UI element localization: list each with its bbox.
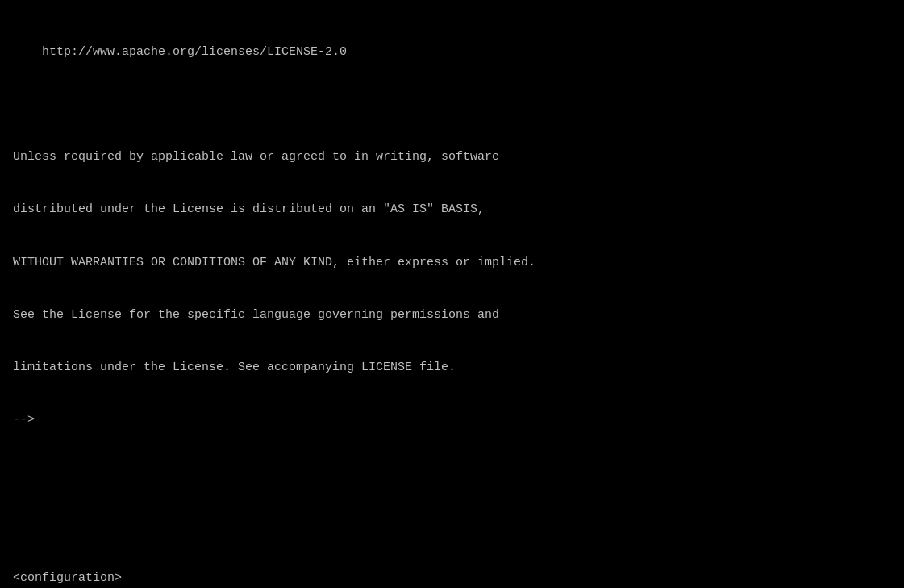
terminal-line [13, 517, 891, 535]
terminal-line: <configuration> [13, 569, 891, 587]
terminal-line: http://www.apache.org/licenses/LICENSE-2… [13, 44, 891, 61]
terminal-line: See the License for the specific languag… [13, 307, 891, 324]
terminal-line: WITHOUT WARRANTIES OR CONDITIONS OF ANY … [13, 254, 891, 272]
terminal-line [13, 96, 891, 114]
terminal-output: http://www.apache.org/licenses/LICENSE-2… [13, 8, 891, 588]
terminal-line: limitations under the License. See accom… [13, 359, 891, 377]
terminal-line [13, 465, 891, 482]
terminal-line: --> [13, 411, 891, 429]
terminal-line: distributed under the License is distrib… [13, 201, 891, 219]
terminal-line: Unless required by applicable law or agr… [13, 148, 891, 166]
